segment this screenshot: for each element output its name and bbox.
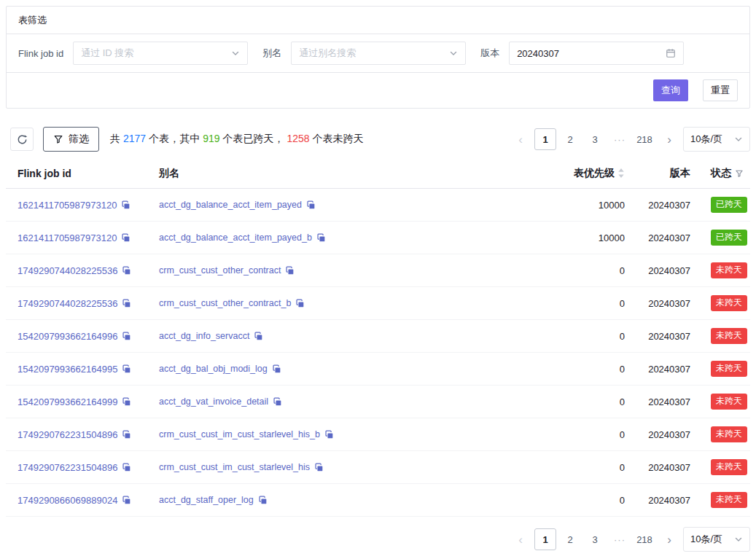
copy-icon[interactable] [273, 397, 282, 407]
pagination-prev-button[interactable]: ‹ [513, 528, 529, 550]
job-id-link[interactable]: 1542097993662164999 [17, 396, 117, 407]
priority-cell: 10000 [507, 200, 631, 211]
copy-icon[interactable] [122, 397, 131, 407]
alias-link[interactable]: acct_dg_staff_oper_log [159, 495, 254, 505]
copy-icon[interactable] [258, 496, 268, 505]
copy-icon[interactable] [122, 463, 131, 472]
alias-cell: acct_dg_balance_acct_item_payed [159, 200, 507, 210]
job-id-cell: 1749290762231504896 [6, 462, 159, 473]
sort-icon[interactable] [617, 168, 625, 179]
pagination-page-3[interactable]: 3 [584, 528, 606, 550]
copy-icon[interactable] [324, 430, 334, 439]
job-id-link[interactable]: 1749290762231504896 [17, 462, 117, 473]
job-id-link[interactable]: 1542097993662164996 [17, 331, 117, 342]
pagination: ‹ 123···218 › 10条/页 [513, 527, 750, 552]
filter-icon[interactable] [735, 169, 744, 178]
pagination-page-218[interactable]: 218 [634, 528, 655, 550]
pagination-page-2[interactable]: 2 [559, 528, 581, 550]
flink-job-id-select[interactable]: 通过 ID 搜索 [73, 42, 248, 65]
version-cell: 20240307 [631, 298, 711, 309]
summary-part: 个表未跨天 [313, 133, 364, 144]
pagination-ellipsis[interactable]: ··· [609, 528, 631, 550]
chevron-down-icon [734, 135, 743, 144]
copy-icon[interactable] [314, 463, 324, 472]
job-id-link[interactable]: 1749290744028225536 [17, 265, 117, 276]
copy-icon[interactable] [121, 233, 130, 243]
alias-link[interactable]: acct_dg_vat_invoice_detail [159, 396, 268, 407]
copy-icon[interactable] [272, 364, 281, 374]
filter-card-title: 表筛选 [7, 7, 749, 34]
refresh-button[interactable] [10, 128, 34, 151]
priority-cell: 0 [507, 396, 631, 407]
chevron-down-icon [734, 535, 743, 544]
alias-link[interactable]: acct_dg_balance_acct_item_payed [159, 200, 302, 210]
page-size-value: 10条/页 [690, 533, 722, 546]
column-header-flink-job-id: Flink job id [6, 168, 159, 179]
copy-icon[interactable] [122, 430, 131, 439]
pagination-ellipsis[interactable]: ··· [609, 128, 631, 150]
job-id-link[interactable]: 1621411705987973120 [17, 200, 117, 211]
job-id-cell: 1542097993662164996 [6, 331, 159, 342]
status-badge: 未跨天 [711, 492, 747, 508]
copy-icon[interactable] [316, 233, 326, 243]
priority-cell: 0 [507, 331, 631, 342]
alias-link[interactable]: acct_dg_bal_obj_modi_log [159, 364, 268, 374]
alias-link[interactable]: crm_cust_cust_other_contract_b [159, 298, 291, 308]
page-size-select[interactable]: 10条/页 [683, 527, 750, 552]
tables-table: Flink job id 别名 表优先级 版本 状态 1621411705987… [6, 158, 750, 517]
footer-bar: ‹ 123···218 › 10条/页 [6, 517, 750, 552]
copy-icon[interactable] [295, 299, 305, 308]
priority-cell: 0 [507, 265, 631, 276]
column-header-status[interactable]: 状态 [711, 167, 750, 180]
version-cell: 20240307 [631, 462, 711, 473]
alias-link[interactable]: crm_cust_cust_im_cust_starlevel_his_b [159, 429, 320, 439]
pagination-page-218[interactable]: 218 [634, 128, 655, 150]
job-id-link[interactable]: 1542097993662164995 [17, 364, 117, 375]
job-id-link[interactable]: 1621411705987973120 [17, 232, 117, 243]
page-size-value: 10条/页 [690, 133, 722, 146]
version-date-input[interactable]: 20240307 [509, 42, 684, 65]
status-cell: 未跨天 [711, 361, 750, 377]
alias-link[interactable]: crm_cust_cust_other_contract [159, 265, 281, 275]
copy-icon[interactable] [121, 200, 130, 210]
flink-job-id-placeholder: 通过 ID 搜索 [81, 47, 133, 60]
pagination-next-button[interactable]: › [661, 528, 677, 550]
copy-icon[interactable] [285, 266, 295, 275]
pagination-page-1[interactable]: 1 [534, 128, 556, 150]
column-header-priority-label: 表优先级 [574, 167, 615, 180]
status-badge: 未跨天 [711, 295, 747, 311]
pagination-pages: 123···218 [534, 128, 655, 150]
pagination-page-1[interactable]: 1 [534, 528, 556, 550]
status-cell: 未跨天 [711, 459, 750, 475]
pagination-page-2[interactable]: 2 [559, 128, 581, 150]
job-id-link[interactable]: 1749290762231504896 [17, 429, 117, 440]
table-toolbar: 筛选 共2177个表，其中919个表已跨天，1258个表未跨天 ‹ 123···… [6, 127, 750, 152]
column-header-priority[interactable]: 表优先级 [507, 167, 631, 180]
pagination-prev-button[interactable]: ‹ [513, 128, 529, 150]
pagination-next-button[interactable]: › [661, 128, 677, 150]
copy-icon[interactable] [306, 200, 316, 210]
alias-cell: acct_dg_balance_acct_item_payed_b [159, 232, 507, 243]
alias-link[interactable]: crm_cust_cust_im_cust_starlevel_his [159, 462, 310, 472]
copy-icon[interactable] [122, 332, 131, 341]
copy-icon[interactable] [122, 364, 131, 374]
job-id-link[interactable]: 1749290744028225536 [17, 298, 117, 309]
reset-button[interactable]: 重置 [703, 79, 738, 101]
status-cell: 未跨天 [711, 262, 750, 278]
job-id-link[interactable]: 1749290866069889024 [17, 495, 117, 506]
page-size-select[interactable]: 10条/页 [683, 127, 750, 152]
alias-select[interactable]: 通过别名搜索 [291, 42, 466, 65]
copy-icon[interactable] [122, 496, 131, 505]
pagination-page-3[interactable]: 3 [584, 128, 606, 150]
search-button[interactable]: 查询 [653, 79, 688, 101]
copy-icon[interactable] [122, 266, 131, 275]
version-label: 版本 [480, 47, 499, 60]
filter-toggle-button[interactable]: 筛选 [43, 127, 99, 152]
alias-link[interactable]: acct_dg_info_servacct [159, 331, 249, 341]
version-cell: 20240307 [631, 200, 711, 211]
copy-icon[interactable] [254, 332, 263, 341]
copy-icon[interactable] [122, 299, 131, 308]
alias-cell: crm_cust_cust_other_contract [159, 265, 507, 275]
table-body: 1621411705987973120 acct_dg_balance_acct… [6, 189, 750, 517]
alias-link[interactable]: acct_dg_balance_acct_item_payed_b [159, 232, 312, 243]
